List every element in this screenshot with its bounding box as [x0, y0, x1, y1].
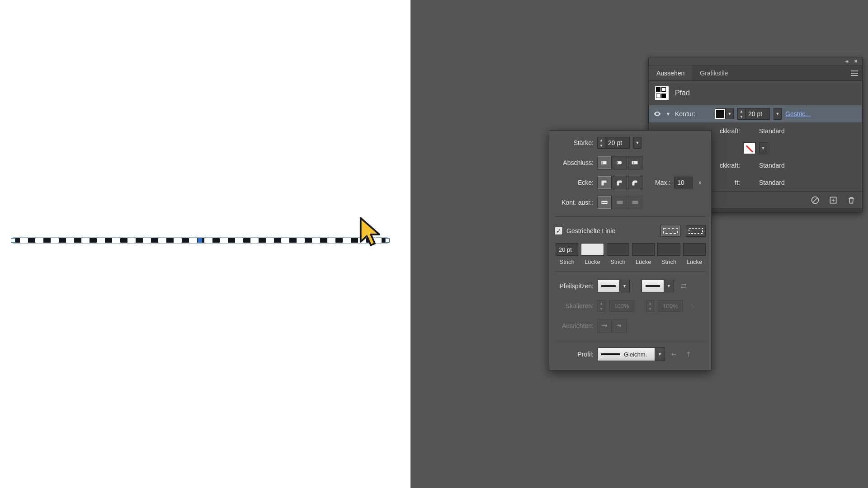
flip-across-icon[interactable]: [683, 349, 694, 360]
swap-arrows-icon[interactable]: [678, 280, 689, 292]
svg-rect-6: [602, 161, 603, 164]
stroke-color-control[interactable]: [715, 108, 734, 119]
stroke-color-swatch[interactable]: [715, 108, 726, 119]
opacity-value[interactable]: Standard: [759, 179, 785, 186]
anchor-start[interactable]: [11, 238, 15, 243]
corner-round-button[interactable]: [613, 176, 627, 189]
canvas-area[interactable]: [0, 0, 410, 488]
dash-field-1[interactable]: 20 pt: [556, 243, 578, 256]
align-center-button[interactable]: [597, 196, 612, 209]
align-stroke-row: Kont. ausr.: [555, 195, 706, 210]
visibility-toggle[interactable]: [653, 110, 661, 118]
clear-appearance-icon[interactable]: [811, 196, 820, 205]
anchor-end[interactable]: [385, 238, 390, 243]
arrow-end-dropdown[interactable]: [642, 280, 674, 292]
stroke-row[interactable]: Kontur ▲▼ 20 pt Gestric...: [649, 105, 862, 122]
dash-pattern-fields: 20 pt Strich Lücke Strich Lücke Strich L…: [555, 243, 706, 265]
gap-field-1[interactable]: [581, 243, 604, 256]
arrow-align-extend-button: [597, 319, 612, 333]
svg-rect-8: [617, 161, 618, 164]
object-type-label: Pfad: [675, 89, 690, 97]
stroke-color-dropdown[interactable]: [726, 108, 734, 119]
opacity-value[interactable]: Standard: [759, 127, 785, 135]
dashed-path-artwork[interactable]: [13, 237, 388, 244]
cap-projecting-button[interactable]: [628, 156, 642, 169]
tab-graphic-styles[interactable]: Grafikstile: [692, 66, 736, 80]
weight-stepper[interactable]: ▲▼ 20 pt: [597, 137, 630, 149]
dash-caption: Lücke: [581, 258, 604, 265]
dashed-line-checkbox[interactable]: [555, 227, 563, 235]
dash-caption: Lücke: [683, 258, 706, 265]
dashed-line-row: Gestrichelte Linie: [555, 223, 706, 239]
corner-row: Ecke Max. 10 x: [555, 175, 706, 190]
tab-appearance[interactable]: Aussehen: [649, 66, 692, 80]
miter-limit-field[interactable]: 10: [674, 177, 693, 188]
anchor-mid[interactable]: [198, 238, 202, 243]
flip-along-icon[interactable]: [669, 349, 679, 360]
miter-limit-label: Max.: [655, 179, 670, 186]
arrow-align-tip-button: [613, 319, 627, 333]
new-appearance-icon[interactable]: [829, 196, 838, 205]
weight-label: Stärke: [555, 139, 594, 146]
panel-titlebar[interactable]: [649, 57, 862, 66]
divider: [555, 272, 706, 272]
arrowheads-label: Pfeilspitzen: [555, 282, 594, 290]
weight-value[interactable]: 20 pt: [605, 137, 630, 149]
divider: [555, 340, 706, 340]
cap-butt-button[interactable]: [597, 156, 612, 169]
panel-menu-button[interactable]: [849, 69, 859, 77]
dash-field-3[interactable]: [657, 243, 680, 256]
panel-tab-strip: Aussehen Grafikstile: [649, 66, 862, 81]
stroke-options-panel: Stärke ▲▼ 20 pt Abschluss Ecke: [549, 130, 712, 371]
object-type-row: Pfad: [649, 81, 862, 105]
weight-dropdown[interactable]: [633, 137, 642, 149]
dashed-line-label: Gestrichelte Linie: [566, 227, 615, 235]
profile-value: Gleichm.: [624, 351, 647, 358]
align-outside-button: [628, 196, 642, 209]
fill-none-swatch[interactable]: [744, 142, 755, 154]
fill-dropdown[interactable]: [759, 142, 767, 154]
corner-label: Ecke: [555, 179, 594, 186]
cap-row: Abschluss: [555, 155, 706, 170]
align-stroke-label: Kont. ausr.: [555, 199, 594, 206]
arrow-scale-start: 100%: [609, 300, 634, 312]
stroke-weight-value[interactable]: 20 pt: [745, 108, 770, 120]
dash-align-corners-button[interactable]: [686, 225, 706, 237]
cursor-icon: [359, 217, 382, 249]
stroke-weight-dropdown[interactable]: [774, 108, 782, 120]
arrow-align-row: Ausrichten: [555, 318, 706, 333]
svg-line-1: [813, 198, 817, 202]
arrowheads-row: Pfeilspitzen: [555, 278, 706, 294]
arrow-start-dropdown[interactable]: [597, 280, 630, 292]
dash-preserve-exact-button[interactable]: [660, 225, 680, 237]
profile-dropdown[interactable]: Gleichm.: [597, 347, 665, 361]
collapse-panel-icon[interactable]: [843, 59, 849, 64]
opacity-value[interactable]: Standard: [759, 162, 785, 169]
dash-caption: Strich: [657, 258, 680, 265]
dash-field-2[interactable]: [607, 243, 629, 256]
dash-caption: Lücke: [632, 258, 655, 265]
delete-appearance-icon[interactable]: [847, 196, 856, 205]
align-inside-button: [613, 196, 627, 209]
stroke-weight-stepper[interactable]: ▲▼ 20 pt: [737, 108, 770, 120]
divider: [555, 216, 706, 217]
svg-rect-12: [602, 202, 607, 203]
arrow-scale-end: 100%: [658, 300, 683, 312]
link-scale-icon: [687, 300, 698, 312]
disclosure-toggle[interactable]: [665, 111, 671, 117]
gap-field-2[interactable]: [632, 243, 655, 256]
svg-rect-9: [632, 161, 637, 164]
cap-round-button[interactable]: [613, 156, 627, 169]
dash-caption: Strich: [556, 258, 578, 265]
gap-field-3[interactable]: [683, 243, 706, 256]
dash-caption: Strich: [607, 258, 629, 265]
svg-rect-15: [664, 228, 677, 234]
stroke-dash-link[interactable]: Gestric...: [785, 110, 811, 117]
arrow-scale-row: Skalieren ▲▼ 100% ▲▼ 100%: [555, 298, 706, 314]
arrow-align-label: Ausrichten: [555, 322, 594, 329]
corner-miter-button[interactable]: [597, 176, 612, 189]
weight-row: Stärke ▲▼ 20 pt: [555, 135, 706, 150]
close-panel-icon[interactable]: [853, 59, 859, 64]
profile-row: Profil Gleichm.: [555, 347, 706, 362]
corner-bevel-button[interactable]: [628, 176, 642, 189]
